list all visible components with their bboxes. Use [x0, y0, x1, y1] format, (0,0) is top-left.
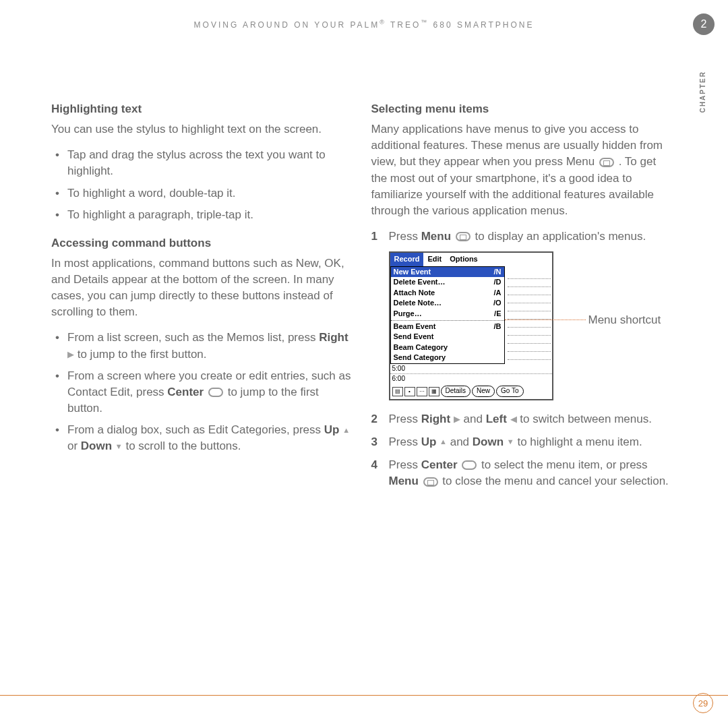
step-item: 2 Press Right ▶ and Left ◀ to switch bet… [371, 411, 671, 427]
view-icon[interactable]: ⋯ [417, 387, 427, 396]
menu-key-icon [599, 158, 614, 167]
left-column: Highlighting text You can use the stylus… [51, 101, 351, 496]
heading-selecting-menus: Selecting menu items [371, 101, 671, 117]
chapter-label: CHAPTER [699, 71, 706, 113]
center-button-icon [208, 388, 223, 397]
right-arrow-icon: ▶ [67, 348, 74, 361]
menu-item[interactable]: Send Event [391, 332, 504, 342]
step-item: 4 Press Center to select the menu item, … [371, 457, 671, 489]
running-title: MOVING AROUND ON YOUR PALM® TREO™ 680 SM… [0, 19, 728, 30]
menu-key-icon [423, 477, 438, 487]
time-row: 6:00 [390, 373, 552, 384]
down-arrow-icon: ▼ [115, 442, 123, 452]
paragraph: Many applications have menus to give you… [371, 121, 671, 219]
list-item: From a screen where you create or edit e… [51, 368, 351, 417]
callout-label: Menu shortcut [588, 312, 661, 328]
menu-item[interactable]: Send Category [391, 353, 504, 363]
heading-command-buttons: Accessing command buttons [51, 235, 351, 251]
chapter-number-badge: 2 [693, 13, 715, 35]
menu-item[interactable]: Beam Event/B [391, 322, 504, 332]
left-arrow-icon: ◀ [510, 413, 517, 425]
bullet-list: Tap and drag the stylus across the text … [51, 147, 351, 223]
menu-key-icon [456, 232, 471, 241]
list-item: From a list screen, such as the Memos li… [51, 330, 351, 362]
callout-line [505, 320, 586, 320]
step-item: 3 Press Up ▲ and Down ▼ to highlight a m… [371, 434, 671, 450]
up-arrow-icon: ▲ [342, 425, 350, 436]
right-column: Selecting menu items Many applications h… [371, 101, 671, 496]
down-arrow-icon: ▼ [507, 437, 514, 448]
list-item: To highlight a word, double-tap it. [51, 185, 351, 202]
list-item: Tap and drag the stylus across the text … [51, 147, 351, 179]
menu-tab-edit[interactable]: Edit [423, 253, 446, 266]
paragraph: In most applications, command buttons su… [51, 255, 351, 321]
device-screenshot: Record Edit Options New Event/N Delete E… [389, 251, 671, 400]
view-icon[interactable]: ▦ [429, 387, 439, 396]
calendar-lines [508, 278, 551, 367]
bullet-list: From a list screen, such as the Memos li… [51, 330, 351, 454]
menu-item[interactable]: Delete Event…/D [391, 277, 504, 288]
menu-item[interactable]: Attach Note/A [391, 288, 504, 299]
menu-tab-record[interactable]: Record [390, 253, 424, 266]
view-icon[interactable]: • [404, 387, 415, 396]
step-item: 1 Press Menu to display an application's… [371, 229, 671, 245]
new-button[interactable]: New [472, 386, 495, 396]
list-item: From a dialog box, such as Edit Categori… [51, 422, 351, 454]
list-item: To highlight a paragraph, triple-tap it. [51, 207, 351, 223]
footer-rule [0, 695, 728, 696]
right-arrow-icon: ▶ [454, 413, 460, 425]
page-number: 29 [693, 693, 713, 713]
menu-tab-options[interactable]: Options [446, 253, 482, 266]
details-button[interactable]: Details [441, 386, 471, 396]
heading-highlighting: Highlighting text [51, 101, 351, 117]
center-button-icon [462, 460, 477, 470]
view-icon[interactable]: ▤ [392, 387, 403, 396]
menu-item[interactable]: Delete Note…/O [391, 298, 504, 309]
menu-item[interactable]: Purge…/E [391, 309, 504, 320]
up-arrow-icon: ▲ [439, 437, 447, 448]
goto-button[interactable]: Go To [496, 386, 524, 396]
menu-item[interactable]: New Event/N [391, 267, 504, 278]
menu-item[interactable]: Beam Category [391, 342, 504, 353]
paragraph: You can use the stylus to highlight text… [51, 121, 351, 138]
